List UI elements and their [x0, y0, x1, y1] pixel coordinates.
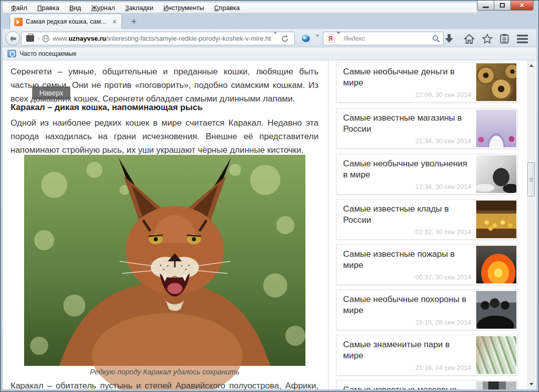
new-tab-button[interactable]: +: [127, 16, 141, 27]
bw-crowd-photo[interactable]: [476, 381, 516, 389]
store-interior-photo[interactable]: [476, 110, 516, 147]
back-button[interactable]: [6, 31, 20, 46]
hamburger-icon: [517, 35, 528, 43]
scrollbar-grip-icon: [529, 178, 533, 181]
sidebar-article-fires[interactable]: Самые известные пожары в мире 00:37, 30 …: [336, 244, 518, 285]
maximize-button[interactable]: [494, 1, 510, 11]
article-timestamp: 22:09, 30 сен 2014: [415, 91, 471, 99]
download-arrow-icon: [445, 34, 454, 44]
scroll-up-arrow-icon[interactable]: [527, 61, 535, 70]
url-text: www.uznayvse.ru/interesting-facts/samyie…: [53, 35, 271, 42]
reload-icon[interactable]: [281, 35, 288, 42]
column-divider: [328, 60, 329, 389]
article-title[interactable]: Самые необычные деньги в мире: [343, 66, 469, 88]
bookmark-most-visited[interactable]: Часто посещаемые: [20, 50, 76, 57]
back-to-top-button[interactable]: Наверх: [32, 86, 70, 100]
home-button[interactable]: [462, 32, 477, 45]
article-timestamp: 21:34, 30 сен 2014: [415, 137, 471, 145]
menu-bookmarks[interactable]: Закладки: [120, 3, 158, 13]
chevron-separator-icon: ›: [38, 35, 40, 42]
bookmarks-bar: Часто посещаемые: [3, 47, 536, 60]
active-tab[interactable]: Самая редкая кошка, сам... ×: [10, 14, 122, 29]
image-caption: Редкую породу Каракал удалось сохранить: [24, 368, 305, 376]
navigation-toolbar: › www.uznayvse.ru/interesting-facts/samy…: [3, 29, 536, 47]
money-fan-photo[interactable]: [476, 336, 516, 374]
article-title[interactable]: Самые известные магазины в России: [343, 113, 469, 135]
funeral-photo[interactable]: [476, 291, 516, 329]
minimize-icon: [483, 7, 489, 8]
menu-help[interactable]: Справка: [209, 3, 245, 13]
article-timestamp: 17:34, 30 сен 2014: [415, 183, 471, 190]
minimize-button[interactable]: [477, 1, 494, 11]
menu-tools[interactable]: Инструменты: [158, 3, 209, 13]
browser-window: Файл Правка Вид Журнал Закладки Инструме…: [0, 0, 539, 392]
angry-boss-photo[interactable]: [476, 155, 516, 193]
tab-strip: Самая редкая кошка, сам... × +: [3, 13, 536, 29]
yandex-icon[interactable]: Я: [327, 34, 335, 43]
window-controls: ✕: [477, 1, 533, 11]
article-paragraph-2: Одной из наиболее редких кошек в мире сч…: [11, 116, 318, 157]
clipboard-icon: [500, 34, 509, 44]
menu-bar: Файл Правка Вид Журнал Закладки Инструме…: [3, 2, 477, 13]
sidebar-article-money[interactable]: Самые необычные деньги в мире 22:09, 30 …: [336, 62, 518, 103]
home-icon: [464, 34, 474, 44]
close-icon: ✕: [519, 2, 524, 9]
article-timestamp: 21:16, 24 сен 2014: [415, 364, 471, 371]
bookmarks-panel-button[interactable]: [497, 32, 512, 45]
article-heading: Каракал – дикая кошка, напоминающая рысь: [11, 103, 203, 113]
sidebar-article-mass[interactable]: Самые известные массовые: [336, 380, 518, 389]
maximize-icon: [500, 3, 505, 8]
search-engine-dropdown-icon[interactable]: [337, 34, 341, 43]
scroll-down-arrow-icon[interactable]: [527, 380, 535, 388]
page-scrollbar[interactable]: [527, 60, 535, 389]
menu-hamburger-button[interactable]: [515, 32, 530, 45]
article-timestamp: 15:10, 28 сен 2014: [415, 319, 471, 326]
search-input[interactable]: [344, 35, 432, 42]
back-arrow-icon: [9, 35, 17, 42]
scrollbar-thumb[interactable]: [527, 162, 535, 197]
article-title[interactable]: Самые необычные увольнения в мире: [343, 158, 469, 180]
treasure-chest-photo[interactable]: [476, 201, 516, 238]
article-timestamp: 01:32, 30 сен 2014: [415, 228, 471, 236]
fire-photo[interactable]: [476, 246, 516, 283]
star-icon: [482, 34, 492, 44]
article-paragraph-3: Каракал – обитатель пустынь и степей Ара…: [11, 379, 318, 389]
menu-history[interactable]: Журнал: [86, 3, 120, 13]
sidebar-article-treasures[interactable]: Самые известные клады в России 01:32, 30…: [336, 199, 518, 240]
sidebar-article-firings[interactable]: Самые необычные увольнения в мире 17:34,…: [336, 154, 518, 194]
menu-file[interactable]: Файл: [6, 3, 32, 13]
extension-button-icon[interactable]: [300, 33, 311, 44]
sidebar-article-stores[interactable]: Самые известные магазины в России 21:34,…: [336, 108, 518, 149]
menu-edit[interactable]: Правка: [32, 3, 64, 13]
tab-close-icon[interactable]: ×: [112, 18, 118, 26]
article-column: Серенгети – умные, общительные и преданн…: [3, 60, 329, 389]
article-title[interactable]: Самые известные клады в России: [343, 204, 469, 226]
sidebar-article-bets[interactable]: Самые знаменитые пари в мире 21:16, 24 с…: [336, 335, 518, 375]
page-content: Серенгети – умные, общительные и преданн…: [3, 60, 536, 389]
url-dropdown-icon[interactable]: [273, 34, 277, 43]
article-title[interactable]: Самые известные пожары в мире: [343, 249, 469, 271]
downloads-button[interactable]: [442, 32, 457, 45]
article-title[interactable]: Самые известные массовые: [343, 384, 469, 389]
search-magnifier-icon[interactable]: [432, 35, 440, 43]
tab-title: Самая редкая кошка, сам...: [26, 18, 109, 25]
smart-folder-icon: [8, 50, 16, 57]
search-bar[interactable]: Я: [323, 32, 444, 45]
globe-icon[interactable]: [42, 35, 50, 43]
related-articles-sidebar: Самые необычные деньги в мире 22:09, 30 …: [332, 60, 525, 389]
menu-view[interactable]: Вид: [64, 3, 86, 13]
briefcase-icon[interactable]: [26, 35, 34, 42]
url-bar[interactable]: › www.uznayvse.ru/interesting-facts/samy…: [21, 32, 295, 45]
caracal-photo: [24, 155, 305, 366]
uznayvse-favicon-icon: [14, 18, 23, 26]
close-button[interactable]: ✕: [510, 1, 533, 11]
article-title[interactable]: Самые необычные похороны в мире: [343, 294, 469, 316]
chinese-coins-photo[interactable]: [476, 63, 516, 101]
sidebar-article-funerals[interactable]: Самые необычные похороны в мире 15:10, 2…: [336, 289, 518, 330]
extension-dropdown-icon[interactable]: [315, 37, 319, 46]
article-timestamp: 00:37, 30 сен 2014: [415, 273, 471, 281]
article-title[interactable]: Самые знаменитые пари в мире: [343, 339, 469, 361]
bookmark-star-button[interactable]: [480, 32, 495, 45]
